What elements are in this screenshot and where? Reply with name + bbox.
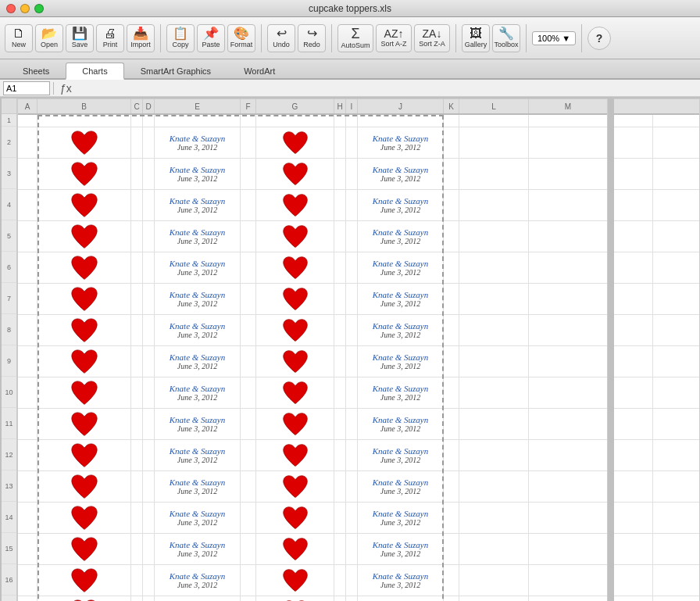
cell-E12[interactable]: Knate & Suzayn June 3, 2012 bbox=[155, 440, 241, 470]
cell-D16[interactable] bbox=[143, 565, 155, 596]
cell-I1[interactable] bbox=[346, 115, 358, 127]
cell-C12[interactable] bbox=[131, 440, 143, 470]
cell-M11[interactable] bbox=[529, 409, 607, 439]
cell-M8[interactable] bbox=[529, 315, 607, 345]
cell-M2[interactable] bbox=[529, 127, 607, 158]
cell-G4[interactable] bbox=[256, 190, 334, 220]
cell-E13[interactable]: Knate & Suzayn June 3, 2012 bbox=[155, 471, 241, 502]
cell-K11[interactable] bbox=[444, 409, 459, 439]
cell-C2[interactable] bbox=[131, 127, 143, 158]
cell-M7[interactable] bbox=[529, 284, 607, 314]
cell-A9[interactable] bbox=[18, 346, 38, 377]
cell-J13[interactable]: Knate & Suzayn June 3, 2012 bbox=[358, 471, 444, 502]
cell-B10[interactable] bbox=[38, 377, 131, 408]
cell-F15[interactable] bbox=[241, 534, 256, 564]
cell-C8[interactable] bbox=[131, 315, 143, 345]
cell-G6[interactable] bbox=[256, 252, 334, 283]
cell-L6[interactable] bbox=[459, 252, 529, 283]
cell-A7[interactable] bbox=[18, 284, 38, 314]
tab-charts[interactable]: Charts bbox=[66, 63, 123, 80]
save-button[interactable]: 💾 Save bbox=[66, 24, 94, 52]
cell-K3[interactable] bbox=[444, 159, 459, 189]
cell-I9[interactable] bbox=[346, 346, 358, 377]
col-header-J[interactable]: J bbox=[358, 99, 444, 113]
cell-H4[interactable] bbox=[334, 190, 346, 220]
col-header-M[interactable]: M bbox=[529, 99, 607, 113]
cell-E11[interactable]: Knate & Suzayn June 3, 2012 bbox=[155, 409, 241, 439]
cell-A17[interactable] bbox=[18, 596, 38, 601]
cell-M15[interactable] bbox=[529, 534, 607, 564]
close-button[interactable] bbox=[6, 4, 16, 13]
cell-M5[interactable] bbox=[529, 221, 607, 252]
cell-G10[interactable] bbox=[256, 377, 334, 408]
cell-I11[interactable] bbox=[346, 409, 358, 439]
cell-H10[interactable] bbox=[334, 377, 346, 408]
copy-button[interactable]: 📋 Copy bbox=[166, 24, 195, 52]
cell-M16[interactable] bbox=[529, 565, 607, 596]
cell-A8[interactable] bbox=[18, 315, 38, 345]
cell-H11[interactable] bbox=[334, 409, 346, 439]
import-button[interactable]: 📥 Import bbox=[127, 24, 155, 52]
cell-E9[interactable]: Knate & Suzayn June 3, 2012 bbox=[155, 346, 241, 377]
tab-smartart[interactable]: SmartArt Graphics bbox=[124, 63, 227, 78]
cell-E6[interactable]: Knate & Suzayn June 3, 2012 bbox=[155, 252, 241, 283]
cell-F5[interactable] bbox=[241, 221, 256, 252]
cell-K9[interactable] bbox=[444, 346, 459, 377]
cell-I12[interactable] bbox=[346, 440, 358, 470]
cell-K10[interactable] bbox=[444, 377, 459, 408]
cell-L1[interactable] bbox=[459, 115, 529, 127]
cell-L8[interactable] bbox=[459, 315, 529, 345]
cell-A10[interactable] bbox=[18, 377, 38, 408]
cell-E4[interactable]: Knate & Suzayn June 3, 2012 bbox=[155, 190, 241, 220]
cell-L10[interactable] bbox=[459, 377, 529, 408]
cell-H14[interactable] bbox=[334, 503, 346, 533]
cell-E8[interactable]: Knate & Suzayn June 3, 2012 bbox=[155, 315, 241, 345]
minimize-button[interactable] bbox=[20, 4, 30, 13]
cell-F3[interactable] bbox=[241, 159, 256, 189]
cell-J8[interactable]: Knate & Suzayn June 3, 2012 bbox=[358, 315, 444, 345]
cell-A14[interactable] bbox=[18, 503, 38, 533]
cell-J2[interactable]: Knate & Suzayn June 3, 2012 bbox=[358, 127, 444, 158]
cell-E17[interactable]: Knate & Suzayn June 3, 2012 bbox=[155, 596, 241, 601]
cell-D14[interactable] bbox=[143, 503, 155, 533]
paste-button[interactable]: 📌 Paste bbox=[197, 24, 225, 52]
cell-K2[interactable] bbox=[444, 127, 459, 158]
cell-I17[interactable] bbox=[346, 596, 358, 601]
cell-H3[interactable] bbox=[334, 159, 346, 189]
cell-I6[interactable] bbox=[346, 252, 358, 283]
help-button[interactable]: ? bbox=[588, 27, 611, 50]
cell-H17[interactable] bbox=[334, 596, 346, 601]
cell-J12[interactable]: Knate & Suzayn June 3, 2012 bbox=[358, 440, 444, 470]
cell-J14[interactable]: Knate & Suzayn June 3, 2012 bbox=[358, 503, 444, 533]
cell-G7[interactable] bbox=[256, 284, 334, 314]
cell-H2[interactable] bbox=[334, 127, 346, 158]
cell-K12[interactable] bbox=[444, 440, 459, 470]
cell-A2[interactable] bbox=[18, 127, 38, 158]
cell-M6[interactable] bbox=[529, 252, 607, 283]
name-box[interactable] bbox=[3, 81, 50, 95]
formula-input[interactable] bbox=[78, 84, 697, 93]
spreadsheet-main[interactable]: A B C D E F G H I J K L M bbox=[17, 98, 608, 601]
cell-A15[interactable] bbox=[18, 534, 38, 564]
cell-D8[interactable] bbox=[143, 315, 155, 345]
cell-B9[interactable] bbox=[38, 346, 131, 377]
autosum-button[interactable]: Σ AutoSum bbox=[338, 24, 373, 52]
cell-D2[interactable] bbox=[143, 127, 155, 158]
cell-B12[interactable] bbox=[38, 440, 131, 470]
cell-C6[interactable] bbox=[131, 252, 143, 283]
cell-B15[interactable] bbox=[38, 534, 131, 564]
cell-H12[interactable] bbox=[334, 440, 346, 470]
cell-B17[interactable] bbox=[38, 596, 131, 601]
col-header-C[interactable]: C bbox=[131, 99, 143, 113]
new-button[interactable]: 🗋 New bbox=[5, 24, 33, 52]
cell-J17[interactable]: Knate & Suzayn June 3, 2012 bbox=[358, 596, 444, 601]
cell-K7[interactable] bbox=[444, 284, 459, 314]
cell-G13[interactable] bbox=[256, 471, 334, 502]
cell-A4[interactable] bbox=[18, 190, 38, 220]
sort-az-button[interactable]: AZ↑ Sort A-Z bbox=[376, 24, 412, 52]
cell-K8[interactable] bbox=[444, 315, 459, 345]
cell-G17[interactable] bbox=[256, 596, 334, 601]
cell-L12[interactable] bbox=[459, 440, 529, 470]
cell-H6[interactable] bbox=[334, 252, 346, 283]
toolbox-button[interactable]: 🔧 Toolbox bbox=[492, 24, 520, 52]
